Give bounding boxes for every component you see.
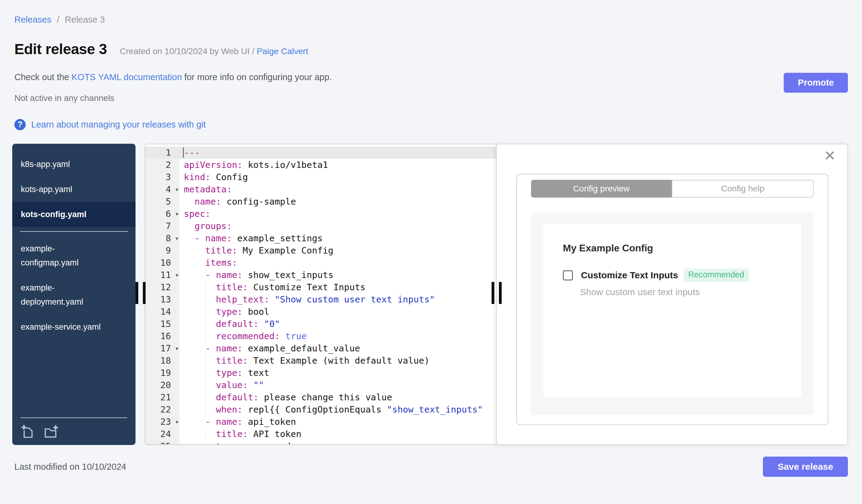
code-text[interactable]: title: Text Example (with default value) [180,355,496,367]
gutter-line-number: 2 [145,159,180,171]
gutter-line-number: 17▾ [145,342,180,355]
code-line-25[interactable]: 25 type: password [145,440,496,445]
preview-card: Config previewConfig help My Example Con… [516,174,828,425]
code-line-12[interactable]: 12 title: Customize Text Inputs [145,281,496,293]
sidebar-file-example-configmap.yaml[interactable]: example- configmap.yaml [12,236,135,275]
gutter-line-number: 15 [145,318,180,330]
code-line-15[interactable]: 15 default: "0" [145,318,496,330]
created-info: Created on 10/10/2024 by Web UI / Paige … [120,47,308,56]
code-text[interactable]: metadata: [180,183,496,196]
code-line-21[interactable]: 21 default: please change this value [145,391,496,403]
code-text[interactable]: when: repl{{ ConfigOptionEquals "show_te… [180,403,496,416]
code-line-3[interactable]: 3kind: Config [145,171,496,183]
code-line-23[interactable]: 23▾ - name: api_token [145,416,496,428]
code-text[interactable]: --- [180,146,496,159]
gutter-line-number: 18 [145,355,180,367]
fold-arrow-icon[interactable]: ▾ [175,211,178,217]
code-line-14[interactable]: 14 type: bool [145,306,496,318]
code-line-18[interactable]: 18 title: Text Example (with default val… [145,355,496,367]
code-line-16[interactable]: 16 recommended: true [145,330,496,342]
kots-docs-link[interactable]: KOTS YAML documentation [71,72,182,82]
code-lines: 1---2apiVersion: kots.io/v1beta13kind: C… [145,146,496,445]
gutter-line-number: 9 [145,244,180,256]
code-text[interactable]: - name: show_text_inputs [180,269,496,281]
sidebar-file-example-service.yaml[interactable]: example-service.yaml [12,314,135,340]
code-line-7[interactable]: 7 groups: [145,220,496,232]
promote-button[interactable]: Promote [784,73,848,93]
code-text[interactable]: title: Customize Text Inputs [180,281,496,293]
sidebar-file-k8s-app.yaml[interactable]: k8s-app.yaml [12,152,135,177]
file-list-bottom: example- configmap.yamlexample- deployme… [12,236,135,340]
code-line-19[interactable]: 19 type: text [145,367,496,379]
code-line-8[interactable]: 8▾ - name: example_settings [145,232,496,244]
pane-resize-handle-right[interactable] [492,281,502,305]
code-text[interactable]: - name: example_default_value [180,342,496,355]
breadcrumb: Releases / Release 3 [0,15,862,25]
code-line-11[interactable]: 11▾ - name: show_text_inputs [145,269,496,281]
code-line-22[interactable]: 22 when: repl{{ ConfigOptionEquals "show… [145,403,496,416]
code-text[interactable]: type: password [180,440,496,445]
file-sidebar: k8s-app.yamlkots-app.yamlkots-config.yam… [12,144,135,445]
new-folder-button[interactable] [44,424,58,439]
gutter-line-number: 20 [145,379,180,391]
sidebar-file-kots-config.yaml[interactable]: kots-config.yaml [12,202,135,227]
code-line-1[interactable]: 1--- [145,146,496,159]
breadcrumb-releases-link[interactable]: Releases [14,15,51,25]
code-text[interactable]: type: bool [180,306,496,318]
author-link[interactable]: Paige Calvert [257,47,308,56]
close-icon[interactable]: ✕ [824,147,836,164]
code-text[interactable]: recommended: true [180,330,496,342]
code-line-24[interactable]: 24 title: API token [145,428,496,440]
fold-arrow-icon[interactable]: ▾ [175,345,178,352]
pane-resize-handle-left[interactable] [135,281,146,305]
yaml-editor[interactable]: 1---2apiVersion: kots.io/v1beta13kind: C… [145,144,496,445]
fold-arrow-icon[interactable]: ▾ [175,235,178,242]
customize-text-inputs-checkbox[interactable] [563,270,573,280]
code-text[interactable]: - name: api_token [180,416,496,428]
gutter-line-number: 7 [145,220,180,232]
config-group-card: My Example Config Customize Text Inputs … [543,224,801,397]
code-text[interactable]: value: "" [180,379,496,391]
code-text[interactable]: default: please change this value [180,391,496,403]
git-releases-link[interactable]: Learn about managing your releases with … [31,120,206,130]
new-folder-icon [44,424,58,439]
code-text[interactable]: kind: Config [180,171,496,183]
code-line-9[interactable]: 9 title: My Example Config [145,244,496,256]
code-line-10[interactable]: 10 items: [145,256,496,269]
code-text[interactable]: spec: [180,208,496,220]
config-item-label: Customize Text Inputs [581,270,678,280]
sidebar-file-kots-app.yaml[interactable]: kots-app.yaml [12,177,135,202]
save-release-button[interactable]: Save release [763,456,848,477]
code-text[interactable]: help_text: "Show custom user text inputs… [180,293,496,306]
gutter-line-number: 5 [145,196,180,208]
code-line-20[interactable]: 20 value: "" [145,379,496,391]
code-text[interactable]: type: text [180,367,496,379]
gutter-line-number: 10 [145,256,180,269]
sidebar-footer [12,417,135,445]
new-file-button[interactable] [21,424,35,439]
code-line-2[interactable]: 2apiVersion: kots.io/v1beta1 [145,159,496,171]
code-line-13[interactable]: 13 help_text: "Show custom user text inp… [145,293,496,306]
fold-arrow-icon[interactable]: ▾ [175,186,178,193]
tab-config-preview[interactable]: Config preview [531,180,672,198]
code-line-4[interactable]: 4▾metadata: [145,183,496,196]
question-icon: ? [14,119,26,130]
code-text[interactable]: default: "0" [180,318,496,330]
code-text[interactable]: apiVersion: kots.io/v1beta1 [180,159,496,171]
sidebar-file-example-deployment.yaml[interactable]: example- deployment.yaml [12,275,135,314]
fold-arrow-icon[interactable]: ▾ [175,272,178,278]
tab-config-help[interactable]: Config help [672,180,814,198]
code-line-6[interactable]: 6▾spec: [145,208,496,220]
code-text[interactable]: items: [180,256,496,269]
code-text[interactable]: title: API token [180,428,496,440]
code-text[interactable]: title: My Example Config [180,244,496,256]
gutter-line-number: 25 [145,440,180,445]
code-line-17[interactable]: 17▾ - name: example_default_value [145,342,496,355]
file-list-top: k8s-app.yamlkots-app.yamlkots-config.yam… [12,152,135,227]
recommended-badge: Recommended [684,268,749,282]
fold-arrow-icon[interactable]: ▾ [175,419,178,425]
code-line-5[interactable]: 5 name: config-sample [145,196,496,208]
code-text[interactable]: - name: example_settings [180,232,496,244]
code-text[interactable]: name: config-sample [180,196,496,208]
code-text[interactable]: groups: [180,220,496,232]
